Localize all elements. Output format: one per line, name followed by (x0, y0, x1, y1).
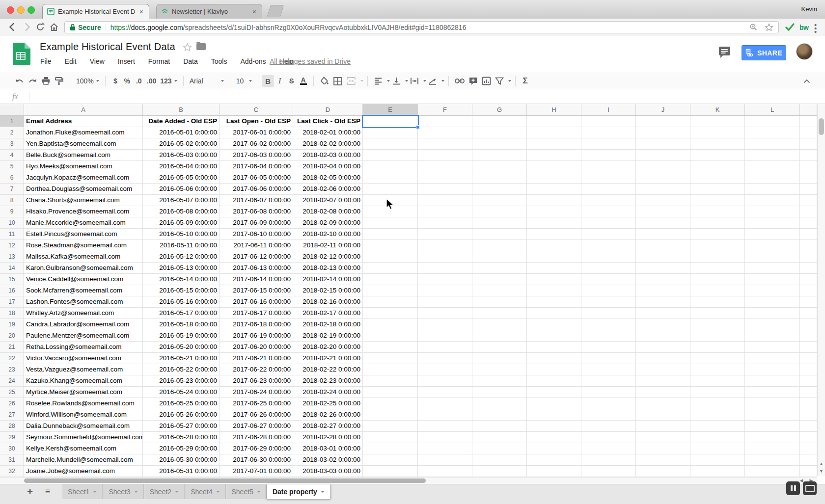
cell-K11[interactable] (690, 229, 745, 240)
cell-H25[interactable] (527, 387, 581, 398)
cell-J7[interactable] (636, 184, 690, 195)
cell-H7[interactable] (527, 184, 581, 195)
cell-E26[interactable] (363, 398, 418, 409)
cell-C16[interactable]: 2017-06-15 0:00:00 (220, 285, 293, 296)
cell-H16[interactable] (527, 285, 581, 296)
cell-E7[interactable] (363, 184, 418, 195)
row-header-24[interactable]: 24 (0, 375, 24, 387)
cell-F22[interactable] (418, 353, 472, 364)
cell-L27[interactable] (745, 409, 800, 421)
cell-partial[interactable] (800, 421, 817, 432)
menu-file[interactable]: File (40, 57, 52, 65)
cell-I6[interactable] (581, 172, 636, 184)
cell-C21[interactable]: 2017-06-20 0:00:00 (220, 342, 293, 353)
cell-G21[interactable] (472, 342, 527, 353)
cell-partial[interactable] (800, 375, 817, 387)
cell-G28[interactable] (472, 421, 527, 432)
font-family-select[interactable]: Arial (188, 75, 226, 87)
filter-button[interactable] (493, 75, 506, 87)
horizontal-scrollbar-thumb[interactable] (24, 478, 426, 483)
cell-H20[interactable] (527, 330, 581, 342)
cell-H26[interactable] (527, 398, 581, 409)
cell-A18[interactable]: Whitley.Artz@someemail.com (24, 308, 143, 319)
sheets-logo-icon[interactable] (11, 43, 30, 65)
cell-H32[interactable] (527, 466, 581, 477)
cell-J31[interactable] (636, 454, 690, 466)
cell-E25[interactable] (363, 387, 418, 398)
cell-G24[interactable] (472, 375, 527, 387)
cell-B18[interactable]: 2016-05-17 0:00:00 (143, 308, 220, 319)
cell-J5[interactable] (636, 161, 690, 172)
cell-A28[interactable]: Dalia.Dunneback@someemail.com (24, 421, 143, 432)
column-header-l[interactable]: L (745, 104, 800, 116)
cell-L4[interactable] (745, 150, 800, 161)
cell-partial[interactable] (800, 217, 817, 229)
cell-D4[interactable]: 2018-02-03 0:00:00 (293, 150, 363, 161)
cell-B31[interactable]: 2016-05-30 0:00:00 (143, 454, 220, 466)
cell-G7[interactable] (472, 184, 527, 195)
cell-H14[interactable] (527, 263, 581, 274)
cell-K15[interactable] (690, 274, 745, 285)
row-header-15[interactable]: 15 (0, 274, 24, 285)
cell-H13[interactable] (527, 251, 581, 263)
cell-C22[interactable]: 2017-06-21 0:00:00 (220, 353, 293, 364)
row-header-20[interactable]: 20 (0, 330, 24, 342)
share-button[interactable]: SHARE (742, 45, 786, 60)
cell-partial[interactable] (800, 398, 817, 409)
cell-B11[interactable]: 2016-05-10 0:00:00 (143, 229, 220, 240)
redo-button[interactable] (26, 75, 39, 87)
cell-G20[interactable] (472, 330, 527, 342)
cell-F4[interactable] (418, 150, 472, 161)
text-rotation-button[interactable] (426, 75, 439, 87)
cell-G15[interactable] (472, 274, 527, 285)
cell-J14[interactable] (636, 263, 690, 274)
cell-C4[interactable]: 2017-06-03 0:00:00 (220, 150, 293, 161)
print-button[interactable] (39, 75, 53, 87)
cell-K30[interactable] (690, 443, 745, 454)
cell-partial[interactable] (800, 466, 817, 477)
cell-H28[interactable] (527, 421, 581, 432)
extension-check-icon[interactable] (785, 22, 795, 32)
cell-C13[interactable]: 2017-06-12 0:00:00 (220, 251, 293, 263)
cell-D25[interactable]: 2018-02-24 0:00:00 (293, 387, 363, 398)
cell-J18[interactable] (636, 308, 690, 319)
cell-K25[interactable] (690, 387, 745, 398)
cell-J13[interactable] (636, 251, 690, 263)
cell-B19[interactable]: 2016-05-18 0:00:00 (143, 319, 220, 330)
zoom-page-icon[interactable] (749, 23, 758, 31)
cell-B10[interactable]: 2016-05-09 0:00:00 (143, 217, 220, 229)
cell-G25[interactable] (472, 387, 527, 398)
cell-B14[interactable]: 2016-05-13 0:00:00 (143, 263, 220, 274)
cell-H9[interactable] (527, 206, 581, 217)
new-tab-button[interactable] (267, 5, 284, 17)
cell-B5[interactable]: 2016-05-04 0:00:00 (143, 161, 220, 172)
cell-partial[interactable] (800, 116, 817, 127)
cell-E16[interactable] (363, 285, 418, 296)
cell-G22[interactable] (472, 353, 527, 364)
cell-F14[interactable] (418, 263, 472, 274)
close-window-button[interactable] (7, 6, 14, 14)
cell-I14[interactable] (581, 263, 636, 274)
cell-L16[interactable] (745, 285, 800, 296)
reload-icon[interactable] (35, 22, 46, 32)
cell-L22[interactable] (745, 353, 800, 364)
row-header-9[interactable]: 9 (0, 206, 24, 217)
cell-A23[interactable]: Vesta.Vazguez@someemail.com (24, 364, 143, 375)
address-bar[interactable]: Secure https://docs.google.com/spreadshe… (64, 21, 779, 33)
cell-E11[interactable] (363, 229, 418, 240)
cell-E29[interactable] (363, 432, 418, 443)
cell-K3[interactable] (690, 138, 745, 150)
cell-partial[interactable] (800, 240, 817, 251)
cell-D21[interactable]: 2018-02-20 0:00:00 (293, 342, 363, 353)
cell-L20[interactable] (745, 330, 800, 342)
cell-A14[interactable]: Karon.Gulbranson@someemail.com (24, 263, 143, 274)
cell-A29[interactable]: Seymour.Sommerfield@someemail.com (24, 432, 143, 443)
cell-I15[interactable] (581, 274, 636, 285)
cell-I28[interactable] (581, 421, 636, 432)
cell-D23[interactable]: 2018-02-22 0:00:00 (293, 364, 363, 375)
cell-G8[interactable] (472, 195, 527, 206)
cell-D19[interactable]: 2018-02-18 0:00:00 (293, 319, 363, 330)
cell-A30[interactable]: Kellye.Kersh@someemail.com (24, 443, 143, 454)
row-header-17[interactable]: 17 (0, 296, 24, 308)
zoom-select[interactable]: 100% (74, 75, 101, 87)
